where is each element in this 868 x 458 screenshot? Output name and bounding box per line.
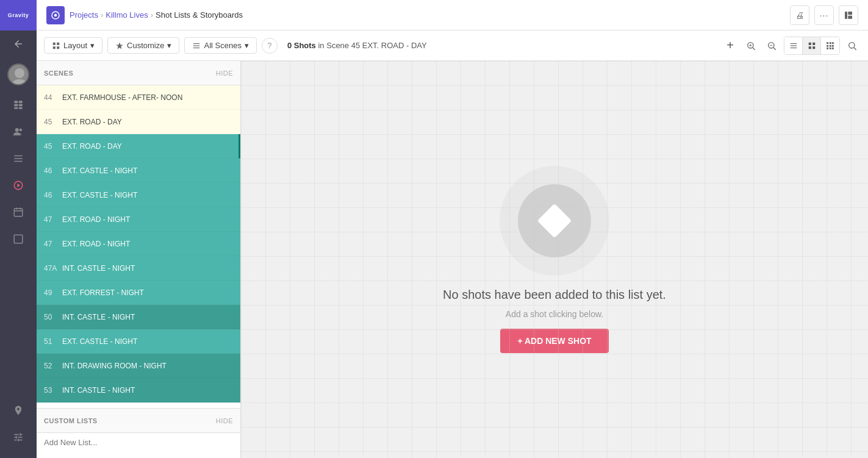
scene-item[interactable]: 44EXT. FARMHOUSE - AFTER- NOON: [37, 85, 240, 110]
scene-item[interactable]: 53INT. CASTLE - NIGHT: [37, 378, 240, 403]
scene-item[interactable]: 52INT. DRAWING ROOM - NIGHT: [37, 354, 240, 378]
scene-item[interactable]: 50INT. CASTLE - NIGHT: [37, 305, 240, 329]
scene-item[interactable]: 46EXT. CASTLE - NIGHT: [37, 183, 240, 207]
scene-item[interactable]: 51EXT. CASTLE - NIGHT: [37, 329, 240, 354]
panel-button[interactable]: [839, 5, 858, 25]
svg-point-9: [20, 129, 23, 132]
svg-rect-5: [19, 104, 23, 107]
svg-rect-22: [845, 12, 847, 19]
custom-lists-header: CUSTOM LISTS HIDE: [37, 409, 240, 433]
scene-title: EXT. CASTLE - NIGHT: [62, 337, 137, 346]
svg-rect-45: [812, 46, 815, 49]
svg-rect-50: [830, 45, 831, 46]
breadcrumb-sep-1: ›: [101, 10, 103, 20]
empty-icon-inner: [518, 184, 591, 257]
scene-item[interactable]: 45EXT. ROAD - DAY: [37, 134, 240, 159]
breadcrumb-projects[interactable]: Projects: [70, 10, 98, 20]
add-new-shot-button[interactable]: + ADD NEW SHOT: [500, 329, 608, 353]
scene-num: 47A: [44, 264, 62, 273]
svg-point-0: [15, 68, 24, 78]
search-button[interactable]: [844, 37, 861, 54]
grid3-view-button[interactable]: [821, 37, 839, 54]
shots-count: 0 Shots: [287, 41, 316, 50]
help-button[interactable]: ?: [262, 38, 278, 54]
add-shot-toolbar-button[interactable]: +: [722, 37, 739, 54]
svg-rect-24: [848, 15, 852, 18]
scene-item[interactable]: 45EXT. ROAD - DAY: [37, 110, 240, 134]
layout-button[interactable]: Layout ▾: [44, 37, 102, 54]
svg-rect-28: [57, 46, 59, 49]
grid-view-button[interactable]: [803, 37, 821, 54]
scene-title: EXT. ROAD - NIGHT: [62, 240, 130, 248]
svg-rect-48: [832, 42, 834, 44]
svg-rect-4: [14, 104, 18, 107]
nav-users-icon[interactable]: [6, 120, 30, 144]
shots-info: 0 Shots in Scene 45 EXT. ROAD - DAY: [287, 41, 427, 50]
nav-calendar-icon[interactable]: [6, 200, 30, 224]
layout-chevron: ▾: [90, 41, 95, 50]
svg-rect-27: [57, 42, 59, 45]
scene-num: 46: [44, 166, 62, 175]
customize-button[interactable]: Customize ▾: [107, 37, 179, 54]
svg-rect-25: [53, 42, 56, 45]
custom-lists-hide-button[interactable]: HIDE: [216, 417, 233, 424]
print-button[interactable]: 🖨: [790, 5, 809, 25]
more-button[interactable]: ···: [814, 5, 834, 25]
zoom-in-button[interactable]: [742, 37, 759, 54]
scene-title: INT. CASTLE - NIGHT: [62, 264, 135, 273]
gravity-logo: [46, 6, 65, 24]
svg-point-21: [54, 13, 57, 16]
scene-num: 45: [44, 118, 62, 126]
add-list-input[interactable]: [37, 433, 240, 452]
scene-item[interactable]: 47EXT. ROAD - NIGHT: [37, 207, 240, 232]
svg-rect-40: [790, 45, 797, 46]
scene-num: 44: [44, 93, 62, 102]
zoom-out-button[interactable]: [763, 37, 780, 54]
scene-num: 47: [44, 240, 62, 248]
list-view-button[interactable]: [784, 37, 803, 54]
nav-shot-list-icon[interactable]: [6, 173, 30, 198]
body-area: SCENES HIDE 44EXT. FARMHOUSE - AFTER- NO…: [37, 61, 868, 458]
svg-rect-49: [827, 45, 828, 46]
svg-point-1: [12, 79, 27, 85]
scene-item[interactable]: 46EXT. CASTLE - NIGHT: [37, 159, 240, 183]
customize-label: Customize: [127, 41, 164, 50]
scene-item[interactable]: 47EXT. ROAD - NIGHT: [37, 232, 240, 256]
scenes-list: 44EXT. FARMHOUSE - AFTER- NOON45EXT. ROA…: [37, 85, 240, 408]
scene-title: INT. DRAWING ROOM - NIGHT: [62, 362, 167, 370]
nav-list-icon[interactable]: [6, 146, 30, 171]
svg-rect-23: [848, 12, 852, 15]
scene-num: 47: [44, 215, 62, 224]
scene-item[interactable]: 47AINT. CASTLE - NIGHT: [37, 256, 240, 281]
all-scenes-button[interactable]: All Scenes ▾: [184, 37, 256, 54]
scenes-hide-button[interactable]: HIDE: [216, 70, 233, 77]
top-bar-right: 🖨 ···: [790, 5, 858, 25]
nav-back-icon[interactable]: [6, 32, 30, 56]
svg-marker-14: [18, 184, 21, 187]
svg-rect-43: [812, 42, 815, 45]
svg-rect-11: [14, 158, 23, 159]
custom-lists-title: CUSTOM LISTS: [44, 417, 98, 424]
avatar[interactable]: [7, 63, 29, 85]
layout-label: Layout: [63, 41, 87, 50]
toolbar: Layout ▾ Customize ▾ All Scenes ▾ ? 0 Sh…: [37, 30, 868, 61]
scene-title: EXT. CASTLE - NIGHT: [62, 166, 137, 175]
view-toggle: [784, 37, 840, 55]
svg-rect-44: [808, 46, 811, 49]
nav-location-icon[interactable]: [6, 398, 30, 423]
all-scenes-label: All Scenes: [204, 41, 241, 50]
svg-rect-10: [14, 156, 23, 157]
scene-title: EXT. ROAD - DAY: [62, 118, 122, 126]
nav-boards-icon[interactable]: [6, 93, 30, 117]
scene-item[interactable]: 49EXT. FORREST - NIGHT: [37, 281, 240, 305]
top-bar: Projects › Killmo Lives › Shot Lists & S…: [37, 0, 868, 30]
svg-rect-53: [830, 47, 831, 49]
breadcrumb-project[interactable]: Killmo Lives: [106, 10, 148, 20]
scene-title: EXT. FORREST - NIGHT: [62, 288, 144, 297]
svg-rect-54: [832, 47, 834, 49]
nav-frame-icon[interactable]: [6, 227, 30, 251]
nav-settings-icon[interactable]: [6, 425, 30, 449]
svg-rect-42: [808, 42, 811, 45]
empty-icon-diamond: [537, 204, 572, 238]
toolbar-right: +: [722, 37, 861, 55]
